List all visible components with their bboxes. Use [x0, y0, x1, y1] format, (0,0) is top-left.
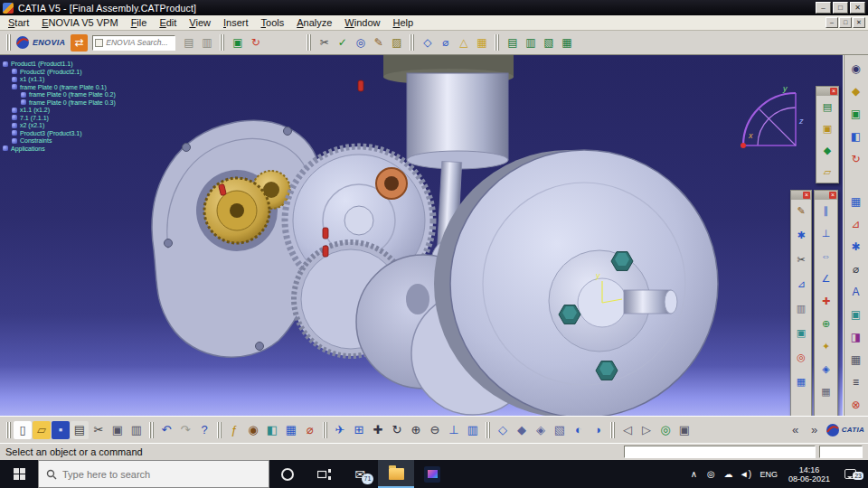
- eye-icon[interactable]: ◉: [847, 60, 865, 78]
- enovia-transfer-icon[interactable]: ⇄: [71, 34, 88, 52]
- coincidence-constraint-icon[interactable]: ∥: [818, 202, 835, 219]
- magnifier-icon[interactable]: ◎: [656, 421, 675, 439]
- measure-between-icon[interactable]: ⌀: [437, 34, 454, 52]
- panel-title-bar[interactable]: ×: [815, 191, 837, 200]
- swap-visible-space-icon[interactable]: ◑: [589, 421, 607, 439]
- zoom-area-icon[interactable]: ◎: [793, 349, 809, 365]
- design-table-icon[interactable]: ▦: [793, 373, 809, 389]
- hide-show-icon[interactable]: ◐: [570, 421, 588, 439]
- publications-icon[interactable]: ▦: [558, 34, 575, 52]
- scissors-icon[interactable]: ✂: [316, 34, 333, 52]
- task-view-button[interactable]: [306, 460, 342, 488]
- tree-item[interactable]: 7.1 (7.1.1): [3, 115, 116, 121]
- toolbar-scroll-right-icon[interactable]: »: [806, 421, 824, 439]
- layers-dock-icon[interactable]: ▦: [847, 192, 865, 211]
- enovia-search-input[interactable]: [106, 38, 173, 47]
- toolbar-grip[interactable]: [495, 34, 499, 51]
- 3d-model[interactable]: y y z x: [0, 55, 843, 416]
- wireframe-view-icon[interactable]: ◈: [532, 421, 550, 439]
- trim-icon[interactable]: ✂: [793, 251, 809, 267]
- tree-item[interactable]: x1.1 (x1.2): [3, 107, 116, 113]
- copy-icon[interactable]: ▣: [108, 421, 127, 439]
- start-button[interactable]: [0, 460, 38, 488]
- tree-item[interactable]: Product3 (Product3.1): [3, 130, 116, 136]
- what-is-this-icon[interactable]: ?: [195, 421, 213, 439]
- enovia-clipboard-icon[interactable]: ▥: [198, 34, 215, 52]
- toolbar-grip[interactable]: [307, 34, 311, 51]
- tree-item[interactable]: Product1 (Product1.1): [3, 61, 116, 67]
- maximize-button[interactable]: □: [833, 2, 848, 14]
- tree-item[interactable]: Applications: [3, 145, 116, 152]
- view-cube-icon[interactable]: ◇: [419, 34, 436, 52]
- menu-enovia-v5-vpm[interactable]: ENOVIA V5 VPM: [35, 16, 124, 29]
- menu-analyze[interactable]: Analyze: [290, 16, 338, 29]
- toolbar-grip[interactable]: [410, 34, 414, 51]
- new-document-icon[interactable]: ▯: [14, 421, 32, 439]
- offset-constraint-icon[interactable]: ⇔: [818, 248, 835, 264]
- toolbar-scroll-left-icon[interactable]: «: [787, 421, 805, 439]
- product-graph-icon[interactable]: ▦: [282, 421, 300, 439]
- grid-dock-icon[interactable]: ▦: [847, 351, 865, 369]
- action-center-button[interactable]: 23: [835, 469, 864, 479]
- image-capture-icon[interactable]: ▣: [793, 324, 809, 341]
- render-style-icon[interactable]: ▧: [551, 421, 569, 439]
- update-icon[interactable]: ↻: [847, 150, 865, 168]
- menu-edit[interactable]: Edit: [153, 16, 183, 29]
- menu-window[interactable]: Window: [338, 16, 386, 29]
- paste-from-enovia-icon[interactable]: ▤: [180, 34, 197, 52]
- sketch-icon[interactable]: ✎: [793, 202, 809, 219]
- zoom-in-icon[interactable]: ⊕: [407, 421, 425, 439]
- menu-start[interactable]: Start: [2, 16, 35, 29]
- capture-icon[interactable]: ▣: [675, 421, 693, 439]
- volume-icon[interactable]: ◄): [737, 465, 753, 484]
- power-input-field[interactable]: [624, 446, 816, 458]
- zoom-out-icon[interactable]: ⊖: [426, 421, 444, 439]
- parts-browser-icon[interactable]: ▣: [819, 120, 835, 136]
- dialog-field[interactable]: [819, 446, 863, 458]
- save-management-icon[interactable]: ◆: [819, 142, 835, 158]
- close-panel-icon[interactable]: ×: [830, 88, 837, 95]
- gear-design-icon[interactable]: ✱: [793, 227, 809, 243]
- redo-icon[interactable]: ↷: [176, 421, 194, 439]
- menu-view[interactable]: View: [183, 16, 217, 29]
- tree-item[interactable]: x1 (x1.1): [3, 76, 116, 82]
- pan-icon[interactable]: ✚: [369, 421, 387, 439]
- catalog-browser-icon[interactable]: ▤: [819, 99, 835, 115]
- search-lens-icon[interactable]: ◎: [352, 34, 369, 52]
- new-window-icon[interactable]: ▣: [229, 34, 246, 52]
- menu-file[interactable]: File: [125, 16, 154, 29]
- close-panel-icon[interactable]: ×: [829, 192, 836, 199]
- language-indicator[interactable]: ENG: [754, 470, 783, 479]
- material-dock-icon[interactable]: ◧: [847, 127, 865, 145]
- exit-workbench-icon[interactable]: ⊗: [847, 396, 865, 414]
- fit-all-in-icon[interactable]: ⊞: [350, 421, 368, 439]
- multi-view-icon[interactable]: ▥: [464, 421, 482, 439]
- menu-insert[interactable]: Insert: [217, 16, 255, 29]
- measure-dock-icon[interactable]: ⌀: [847, 260, 865, 278]
- angle-constraint-icon[interactable]: ∠: [818, 270, 835, 286]
- tree-item[interactable]: frame Plate 0 (frame Plate 0.2): [3, 91, 116, 98]
- undo-icon[interactable]: ↶: [157, 421, 175, 439]
- panel-title-bar[interactable]: ×: [791, 191, 811, 200]
- toolbar-grip[interactable]: [220, 34, 224, 51]
- scan-icon[interactable]: ≡: [847, 373, 865, 391]
- paste-icon[interactable]: ▥: [127, 421, 146, 439]
- print-icon[interactable]: ▤: [71, 421, 89, 439]
- axis-dock-icon[interactable]: ⊿: [847, 215, 865, 233]
- contact-constraint-icon[interactable]: ⊥: [818, 225, 835, 241]
- picture-dock-icon[interactable]: ▣: [847, 305, 865, 324]
- measure-inertia-icon[interactable]: ▦: [473, 34, 490, 52]
- taskbar-search-input[interactable]: [62, 469, 216, 480]
- datum-icon[interactable]: ⌀: [301, 421, 319, 439]
- menu-tools[interactable]: Tools: [255, 16, 291, 29]
- tree-item[interactable]: Constraints: [3, 137, 116, 144]
- paint-all-icon[interactable]: ◆: [847, 82, 865, 100]
- close-button[interactable]: ✕: [850, 2, 865, 14]
- onedrive-icon[interactable]: ☁: [720, 465, 736, 484]
- section-icon[interactable]: ◨: [847, 328, 865, 346]
- tree-item[interactable]: frame Plate 0 (frame Plate 0.1): [3, 84, 116, 90]
- pencil-icon[interactable]: ✎: [370, 34, 387, 52]
- catalog-dock-icon[interactable]: ▣: [847, 105, 865, 123]
- measure-item-icon[interactable]: △: [455, 34, 472, 52]
- normal-view-icon[interactable]: ⊥: [445, 421, 463, 439]
